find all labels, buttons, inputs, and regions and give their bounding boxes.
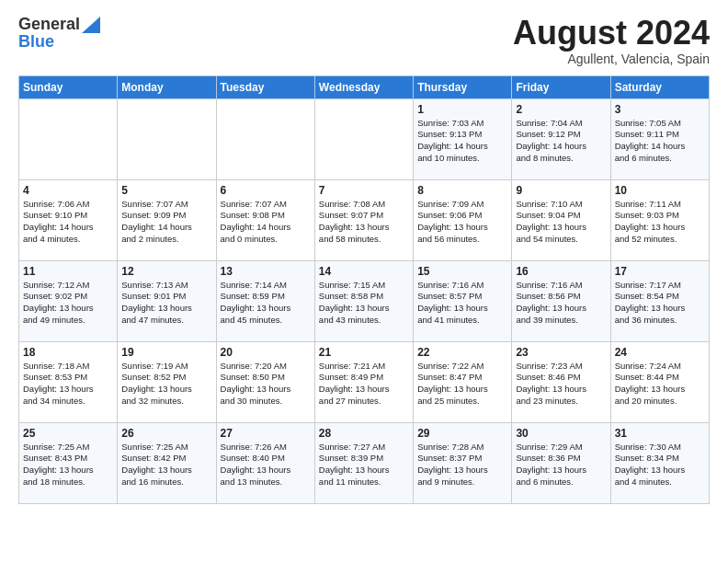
day-number: 18	[23, 346, 113, 359]
calendar-cell: 18Sunrise: 7:18 AM Sunset: 8:53 PM Dayli…	[19, 341, 118, 422]
calendar-cell: 22Sunrise: 7:22 AM Sunset: 8:47 PM Dayli…	[414, 341, 512, 422]
day-content: Sunrise: 7:26 AM Sunset: 8:40 PM Dayligh…	[221, 442, 311, 488]
calendar-cell: 25Sunrise: 7:25 AM Sunset: 8:43 PM Dayli…	[19, 422, 118, 503]
logo: General Blue	[18, 15, 100, 52]
day-content: Sunrise: 7:07 AM Sunset: 9:08 PM Dayligh…	[221, 199, 311, 246]
calendar-cell: 4Sunrise: 7:06 AM Sunset: 9:10 PM Daylig…	[19, 179, 118, 260]
calendar-cell: 5Sunrise: 7:07 AM Sunset: 9:09 PM Daylig…	[118, 179, 216, 260]
header: General Blue August 2024 Agullent, Valen…	[18, 15, 710, 66]
day-content: Sunrise: 7:25 AM Sunset: 8:43 PM Dayligh…	[23, 442, 113, 488]
day-content: Sunrise: 7:16 AM Sunset: 8:56 PM Dayligh…	[516, 280, 606, 327]
calendar-cell: 15Sunrise: 7:16 AM Sunset: 8:57 PM Dayli…	[414, 260, 512, 341]
day-content: Sunrise: 7:21 AM Sunset: 8:49 PM Dayligh…	[319, 361, 409, 408]
calendar-week-4: 18Sunrise: 7:18 AM Sunset: 8:53 PM Dayli…	[19, 341, 710, 422]
day-content: Sunrise: 7:09 AM Sunset: 9:06 PM Dayligh…	[417, 199, 507, 246]
day-number: 30	[516, 427, 606, 440]
day-number: 22	[417, 346, 507, 359]
calendar-cell: 23Sunrise: 7:23 AM Sunset: 8:46 PM Dayli…	[512, 341, 610, 422]
day-number: 12	[121, 265, 211, 278]
day-number: 11	[23, 265, 113, 278]
day-content: Sunrise: 7:10 AM Sunset: 9:04 PM Dayligh…	[516, 199, 606, 246]
day-content: Sunrise: 7:22 AM Sunset: 8:47 PM Dayligh…	[417, 361, 507, 408]
day-number: 17	[615, 265, 705, 278]
day-header-wednesday: Wednesday	[314, 75, 413, 98]
day-number: 1	[417, 103, 507, 116]
day-number: 25	[23, 427, 113, 440]
day-number: 3	[615, 103, 705, 116]
location: Agullent, Valencia, Spain	[513, 52, 710, 66]
calendar-cell: 30Sunrise: 7:29 AM Sunset: 8:36 PM Dayli…	[512, 422, 610, 503]
calendar-cell: 21Sunrise: 7:21 AM Sunset: 8:49 PM Dayli…	[314, 341, 413, 422]
day-content: Sunrise: 7:25 AM Sunset: 8:42 PM Dayligh…	[121, 442, 211, 488]
day-number: 24	[615, 346, 705, 359]
day-content: Sunrise: 7:07 AM Sunset: 9:09 PM Dayligh…	[121, 199, 211, 246]
calendar-cell: 8Sunrise: 7:09 AM Sunset: 9:06 PM Daylig…	[414, 179, 512, 260]
calendar-cell: 2Sunrise: 7:04 AM Sunset: 9:12 PM Daylig…	[512, 98, 610, 179]
calendar-cell: 27Sunrise: 7:26 AM Sunset: 8:40 PM Dayli…	[216, 422, 314, 503]
calendar-cell: 12Sunrise: 7:13 AM Sunset: 9:01 PM Dayli…	[118, 260, 216, 341]
day-number: 31	[615, 427, 705, 440]
day-number: 26	[121, 427, 211, 440]
day-content: Sunrise: 7:11 AM Sunset: 9:03 PM Dayligh…	[615, 199, 705, 246]
calendar-week-2: 4Sunrise: 7:06 AM Sunset: 9:10 PM Daylig…	[19, 179, 710, 260]
calendar-cell: 28Sunrise: 7:27 AM Sunset: 8:39 PM Dayli…	[314, 422, 413, 503]
calendar-cell: 13Sunrise: 7:14 AM Sunset: 8:59 PM Dayli…	[216, 260, 314, 341]
day-number: 2	[516, 103, 606, 116]
day-header-thursday: Thursday	[414, 75, 512, 98]
day-number: 13	[221, 265, 311, 278]
day-number: 19	[121, 346, 211, 359]
day-content: Sunrise: 7:06 AM Sunset: 9:10 PM Dayligh…	[23, 199, 113, 246]
title-block: August 2024 Agullent, Valencia, Spain	[513, 15, 710, 66]
calendar-cell	[314, 98, 413, 179]
day-header-tuesday: Tuesday	[216, 75, 314, 98]
calendar-cell	[19, 98, 118, 179]
calendar-cell: 7Sunrise: 7:08 AM Sunset: 9:07 PM Daylig…	[314, 179, 413, 260]
calendar-page: General Blue August 2024 Agullent, Valen…	[0, 0, 728, 519]
day-content: Sunrise: 7:03 AM Sunset: 9:13 PM Dayligh…	[417, 118, 507, 165]
header-row: SundayMondayTuesdayWednesdayThursdayFrid…	[19, 75, 710, 98]
calendar-cell: 20Sunrise: 7:20 AM Sunset: 8:50 PM Dayli…	[216, 341, 314, 422]
calendar-table: SundayMondayTuesdayWednesdayThursdayFrid…	[18, 75, 710, 504]
day-number: 9	[516, 184, 606, 197]
day-header-monday: Monday	[118, 75, 216, 98]
calendar-week-5: 25Sunrise: 7:25 AM Sunset: 8:43 PM Dayli…	[19, 422, 710, 503]
day-number: 21	[319, 346, 409, 359]
calendar-cell: 9Sunrise: 7:10 AM Sunset: 9:04 PM Daylig…	[512, 179, 610, 260]
calendar-cell	[216, 98, 314, 179]
day-content: Sunrise: 7:24 AM Sunset: 8:44 PM Dayligh…	[615, 361, 705, 408]
calendar-cell: 29Sunrise: 7:28 AM Sunset: 8:37 PM Dayli…	[414, 422, 512, 503]
month-title: August 2024	[513, 15, 710, 52]
logo-blue-text: Blue	[18, 32, 100, 52]
day-number: 28	[319, 427, 409, 440]
day-content: Sunrise: 7:17 AM Sunset: 8:54 PM Dayligh…	[615, 280, 705, 327]
day-number: 4	[23, 184, 113, 197]
calendar-cell: 17Sunrise: 7:17 AM Sunset: 8:54 PM Dayli…	[610, 260, 709, 341]
day-number: 23	[516, 346, 606, 359]
day-content: Sunrise: 7:29 AM Sunset: 8:36 PM Dayligh…	[516, 442, 606, 488]
calendar-week-1: 1Sunrise: 7:03 AM Sunset: 9:13 PM Daylig…	[19, 98, 710, 179]
day-content: Sunrise: 7:15 AM Sunset: 8:58 PM Dayligh…	[319, 280, 409, 327]
day-content: Sunrise: 7:14 AM Sunset: 8:59 PM Dayligh…	[221, 280, 311, 327]
calendar-cell: 3Sunrise: 7:05 AM Sunset: 9:11 PM Daylig…	[610, 98, 709, 179]
calendar-cell: 19Sunrise: 7:19 AM Sunset: 8:52 PM Dayli…	[118, 341, 216, 422]
day-number: 14	[319, 265, 409, 278]
day-content: Sunrise: 7:30 AM Sunset: 8:34 PM Dayligh…	[615, 442, 705, 488]
day-number: 5	[121, 184, 211, 197]
day-header-saturday: Saturday	[610, 75, 709, 98]
calendar-cell: 6Sunrise: 7:07 AM Sunset: 9:08 PM Daylig…	[216, 179, 314, 260]
day-content: Sunrise: 7:16 AM Sunset: 8:57 PM Dayligh…	[417, 280, 507, 327]
day-number: 16	[516, 265, 606, 278]
logo-general-text: General	[18, 15, 80, 34]
logo-icon	[82, 17, 100, 33]
day-content: Sunrise: 7:27 AM Sunset: 8:39 PM Dayligh…	[319, 442, 409, 488]
day-content: Sunrise: 7:19 AM Sunset: 8:52 PM Dayligh…	[121, 361, 211, 408]
day-number: 10	[615, 184, 705, 197]
day-content: Sunrise: 7:20 AM Sunset: 8:50 PM Dayligh…	[221, 361, 311, 408]
calendar-cell: 31Sunrise: 7:30 AM Sunset: 8:34 PM Dayli…	[610, 422, 709, 503]
day-content: Sunrise: 7:05 AM Sunset: 9:11 PM Dayligh…	[615, 118, 705, 165]
day-header-sunday: Sunday	[19, 75, 118, 98]
day-content: Sunrise: 7:04 AM Sunset: 9:12 PM Dayligh…	[516, 118, 606, 165]
day-content: Sunrise: 7:13 AM Sunset: 9:01 PM Dayligh…	[121, 280, 211, 327]
calendar-week-3: 11Sunrise: 7:12 AM Sunset: 9:02 PM Dayli…	[19, 260, 710, 341]
calendar-cell: 24Sunrise: 7:24 AM Sunset: 8:44 PM Dayli…	[610, 341, 709, 422]
